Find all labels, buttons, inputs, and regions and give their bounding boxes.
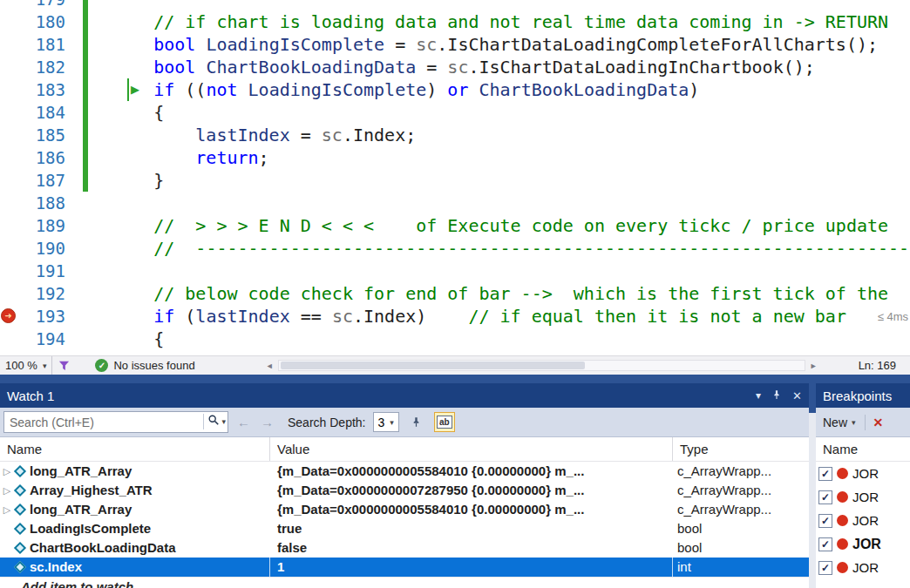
issues-indicator[interactable]: ✓ No issues found xyxy=(95,359,194,372)
code-line[interactable]: 187 } xyxy=(0,169,910,192)
code-token xyxy=(468,79,479,100)
column-header-name[interactable]: Name xyxy=(0,437,270,461)
search-next-icon[interactable]: → xyxy=(259,415,275,429)
breakpoint-gutter[interactable] xyxy=(0,328,19,350)
code-text: if ((not LoadingIsComplete) or ChartBook… xyxy=(112,78,699,101)
code-line[interactable]: 194 { xyxy=(0,328,910,350)
expand-arrow-icon[interactable]: ▷ xyxy=(0,462,14,481)
code-line[interactable]: 181 bool LoadingIsComplete = sc.IsChartD… xyxy=(0,33,910,56)
close-icon[interactable]: ✕ xyxy=(792,389,802,402)
breakpoint-gutter[interactable] xyxy=(0,237,19,260)
breakpoint-row[interactable]: ✓JOR xyxy=(816,462,910,485)
watch-row[interactable]: sc.Index1int xyxy=(0,558,809,577)
breakpoint-row[interactable]: ✓JOR xyxy=(816,509,910,532)
panel-splitter[interactable] xyxy=(809,413,816,588)
breakpoint-gutter[interactable] xyxy=(0,101,19,124)
breakpoint-row[interactable]: ✓JOR xyxy=(816,556,910,579)
breakpoint-gutter[interactable] xyxy=(0,282,19,305)
breakpoint-checkbox[interactable]: ✓ xyxy=(818,514,832,528)
search-prev-icon[interactable]: ← xyxy=(235,415,252,429)
breakpoints-panel-header[interactable]: Breakpoints xyxy=(816,383,910,408)
pin-to-source-button[interactable] xyxy=(406,412,427,432)
watch-row[interactable]: LoadingIsCompletetruebool xyxy=(0,519,809,538)
breakpoint-gutter[interactable] xyxy=(0,10,19,33)
search-options-chevron-icon[interactable]: ▾ xyxy=(221,417,226,426)
window-position-icon[interactable]: ▾ xyxy=(756,389,761,402)
breakpoint-gutter[interactable] xyxy=(0,146,19,169)
watch-row[interactable]: ▷long_ATR_Array{m_Data=0x000000000558401… xyxy=(0,500,809,519)
breakpoint-gutter[interactable] xyxy=(0,56,19,78)
breakpoint-gutter[interactable] xyxy=(0,78,19,101)
code-line[interactable]: 186 return; xyxy=(0,146,910,169)
watch-search-input[interactable] xyxy=(3,411,228,433)
breakpoint-gutter[interactable] xyxy=(0,214,19,237)
code-line[interactable]: 182 bool ChartBookLoadingData = sc.IsCha… xyxy=(0,56,910,78)
scrollbar-thumb[interactable] xyxy=(281,362,586,369)
code-line[interactable]: 180 // if chart is loading data and not … xyxy=(0,10,910,33)
search-depth-select[interactable]: 3 ▾ xyxy=(373,412,399,432)
horizontal-scrollbar[interactable]: ◄ ► xyxy=(263,360,820,371)
scroll-right-icon[interactable]: ► xyxy=(807,362,820,370)
code-line[interactable]: ➜193 if (lastIndex == sc.Index) // if eq… xyxy=(0,305,910,328)
breakpoint-dot-icon xyxy=(837,515,848,526)
breakpoint-gutter[interactable] xyxy=(0,169,19,192)
scrollbar-track[interactable] xyxy=(278,360,805,371)
code-line[interactable]: 184 { xyxy=(0,101,910,124)
breakpoint-icon[interactable]: ➜ xyxy=(1,308,16,323)
breakpoint-row[interactable]: ✓JOR xyxy=(816,532,910,556)
watch-row[interactable]: ChartBookLoadingDatafalsebool xyxy=(0,538,809,558)
code-line[interactable]: 179 xyxy=(0,0,910,10)
breakpoint-checkbox[interactable]: ✓ xyxy=(818,490,832,504)
add-watch-item[interactable]: Add item to watch xyxy=(0,577,809,588)
code-token: ; xyxy=(259,147,269,168)
breakpoint-checkbox[interactable]: ✓ xyxy=(818,537,832,551)
column-header-name[interactable]: Name xyxy=(816,437,910,461)
watch-row[interactable]: ▷Array_Highest_ATR{m_Data=0x000000000728… xyxy=(0,481,809,500)
code-line[interactable]: 188 xyxy=(0,192,910,214)
breakpoint-gutter[interactable] xyxy=(0,260,19,282)
code-token xyxy=(112,57,153,78)
breakpoint-gutter[interactable] xyxy=(0,192,19,214)
watch-panel: Watch 1 ▾ ✕ ▾ xyxy=(0,383,809,588)
code-line[interactable]: 185 lastIndex = sc.Index; xyxy=(0,124,910,146)
code-text: // below code check for end of bar --> w… xyxy=(112,282,888,305)
code-line[interactable]: 190 // ---------------------------------… xyxy=(0,237,910,260)
code-line[interactable]: 189 // > > > E N D < < < of Execute code… xyxy=(0,214,910,237)
expand-arrow-icon[interactable]: ▷ xyxy=(0,500,14,519)
breakpoint-gutter[interactable] xyxy=(0,124,19,146)
breakpoint-gutter[interactable] xyxy=(0,33,19,56)
run-marker-icon[interactable]: ▶ xyxy=(127,78,139,101)
scroll-left-icon[interactable]: ◄ xyxy=(263,362,276,370)
code-text: // if chart is loading data and not real… xyxy=(112,10,888,33)
watch-panel-header[interactable]: Watch 1 ▾ ✕ xyxy=(0,383,809,408)
filter-icon[interactable] xyxy=(58,360,70,371)
breakpoint-checkbox[interactable]: ✓ xyxy=(818,561,832,575)
pin-icon[interactable] xyxy=(771,389,782,402)
chevron-down-icon: ▾ xyxy=(390,418,394,427)
breakpoint-checkbox[interactable]: ✓ xyxy=(818,467,832,481)
text-format-toggle-button[interactable]: ab xyxy=(434,412,455,432)
line-number: 179 xyxy=(19,0,65,10)
breakpoint-row[interactable]: ✓JOR xyxy=(816,485,910,509)
column-header-type[interactable]: Type xyxy=(673,437,809,461)
code-line[interactable]: 192 // below code check for end of bar -… xyxy=(0,282,910,305)
code-token: LoadingIsComplete xyxy=(248,79,427,100)
line-number: 181 xyxy=(19,33,65,56)
breakpoint-gutter[interactable] xyxy=(0,0,19,10)
code-editor[interactable]: 179180 // if chart is loading data and n… xyxy=(0,0,910,355)
column-header-value[interactable]: Value xyxy=(270,437,673,461)
breakpoint-gutter[interactable]: ➜ xyxy=(0,305,19,328)
delete-breakpoint-icon[interactable]: ✕ xyxy=(871,416,886,429)
line-number: 189 xyxy=(19,214,65,237)
breakpoint-label: JOR xyxy=(852,490,879,504)
change-tracking-bar xyxy=(83,192,88,214)
code-token: .Index; xyxy=(343,125,416,145)
search-icon[interactable] xyxy=(207,414,220,429)
code-token: sc xyxy=(416,34,437,55)
zoom-select[interactable]: 100 % ▾ xyxy=(0,356,52,375)
code-line[interactable]: 183 if ((not LoadingIsComplete) or Chart… xyxy=(0,78,910,101)
expand-arrow-icon[interactable]: ▷ xyxy=(0,481,14,500)
watch-row[interactable]: ▷long_ATR_Array{m_Data=0x000000000558401… xyxy=(0,462,809,481)
new-breakpoint-button[interactable]: New ▾ xyxy=(819,416,859,429)
code-line[interactable]: 191 xyxy=(0,260,910,282)
